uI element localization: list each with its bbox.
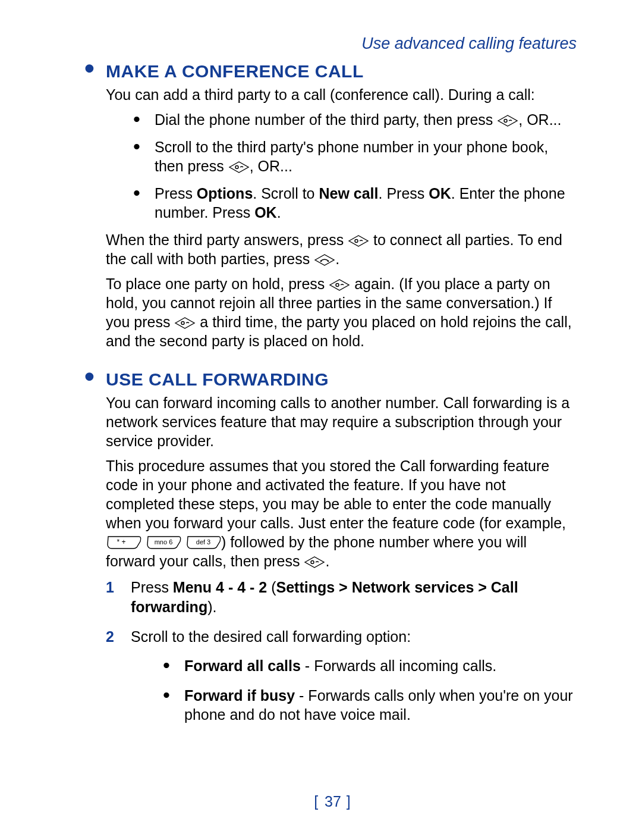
- forwarding-para-2: This procedure assumes that you stored t…: [106, 456, 577, 571]
- talk-key-icon: [174, 315, 196, 328]
- text: . Press: [379, 185, 429, 202]
- conference-para-2: When the third party answers, press to c…: [106, 230, 577, 268]
- key-label: mno 6: [155, 538, 173, 546]
- text-bold: New call: [319, 185, 378, 202]
- running-header: Use advanced calling features: [89, 35, 577, 53]
- text-bold: Forward if busy: [184, 687, 295, 704]
- text: .: [325, 553, 329, 569]
- list-item: Press Options. Scroll to New call. Press…: [131, 184, 577, 222]
- page-number: [ 37 ]: [89, 793, 577, 810]
- text: To place one party on hold, press: [106, 275, 329, 292]
- text: . Scroll to: [253, 185, 319, 202]
- text-bold: OK: [429, 185, 451, 202]
- step-2: Scroll to the desired call forwarding op…: [106, 627, 577, 724]
- list-item: Dial the phone number of the third party…: [131, 110, 577, 129]
- text-bold: Options: [197, 185, 253, 202]
- text-bold: Forward all calls: [184, 657, 301, 674]
- talk-key-icon: [497, 112, 518, 126]
- talk-key-icon: [304, 554, 325, 567]
- text: , OR...: [518, 111, 561, 128]
- manual-page: Use advanced calling features MAKE A CON…: [0, 0, 642, 840]
- list-item: Forward all calls - Forwards all incomin…: [160, 656, 577, 675]
- heading-call-forwarding: USE CALL FORWARDING: [89, 369, 577, 390]
- three-key-icon: def 3: [185, 534, 221, 548]
- list-item: Scroll to the third party's phone number…: [131, 137, 577, 175]
- text: .: [335, 250, 339, 267]
- talk-key-icon: [348, 233, 369, 246]
- conference-intro: You can add a third party to a call (con…: [106, 85, 577, 104]
- key-label: * +: [117, 538, 125, 546]
- list-item: Forward if busy - Forwards calls only wh…: [160, 686, 577, 724]
- text-bold: Menu 4 - 4 - 2: [173, 579, 267, 595]
- step-1: Press Menu 4 - 4 - 2 (Settings > Network…: [106, 578, 577, 616]
- text: Dial the phone number of the third party…: [155, 111, 497, 128]
- talk-key-icon: [228, 159, 250, 172]
- conference-para-3: To place one party on hold, press again.…: [106, 274, 577, 350]
- heading-conference-call: MAKE A CONFERENCE CALL: [89, 61, 577, 82]
- text: Press: [131, 579, 173, 595]
- text: Scroll to the third party's phone number…: [155, 139, 548, 174]
- text: (: [267, 579, 276, 595]
- forwarding-options: Forward all calls - Forwards all incomin…: [131, 656, 577, 724]
- text: - Forwards all incoming calls.: [301, 657, 496, 674]
- conference-bullet-list: Dial the phone number of the third party…: [89, 110, 577, 222]
- talk-key-icon: [329, 277, 350, 290]
- text: , OR...: [250, 158, 292, 174]
- text: Press: [155, 185, 197, 202]
- six-key-icon: mno 6: [146, 534, 181, 548]
- forwarding-para-1: You can forward incoming calls to anothe…: [106, 393, 577, 450]
- text: ).: [207, 598, 216, 615]
- text: .: [277, 204, 281, 221]
- key-label: def 3: [196, 538, 210, 546]
- text: Scroll to the desired call forwarding op…: [131, 628, 411, 645]
- page-number-value: 37: [325, 793, 341, 810]
- text: This procedure assumes that you stored t…: [106, 457, 566, 531]
- forwarding-steps: Press Menu 4 - 4 - 2 (Settings > Network…: [89, 578, 577, 724]
- end-key-icon: [314, 252, 335, 265]
- text: When the third party answers, press: [106, 231, 348, 248]
- text-bold: OK: [254, 204, 277, 221]
- star-key-icon: * +: [106, 534, 141, 548]
